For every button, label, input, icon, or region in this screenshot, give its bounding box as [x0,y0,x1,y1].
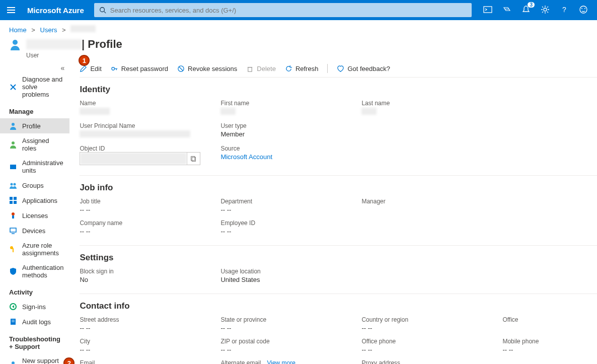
value-objectid-box [80,152,200,165]
nav-admin-units[interactable]: Administrative units [0,156,69,178]
label-city: City [80,338,215,345]
nav-signins[interactable]: Sign-ins [0,299,69,314]
admin-units-icon [9,163,17,171]
nav-licenses[interactable]: Licenses [0,208,69,223]
label-name: Name [80,100,215,107]
reset-password-button[interactable]: Reset password [111,65,168,72]
nav-newsupport[interactable]: New support request [0,353,69,364]
label-department: Department [220,198,356,205]
value-mobilephone: -- -- [502,345,597,353]
page-subhead: User [26,52,597,59]
section-identity: Identity [80,78,597,99]
global-header: Microsoft Azure 3 ? [0,0,597,20]
log-icon [9,318,17,326]
brand-label[interactable]: Microsoft Azure [27,6,84,15]
notifications-icon[interactable]: 3 [521,5,531,16]
feedback-face-icon[interactable] [579,5,588,16]
value-name-redacted [80,108,110,115]
value-officephone: -- -- [361,345,497,353]
value-city: -- -- [80,345,215,353]
copy-icon [190,156,197,162]
label-upn: User Principal Name [80,122,215,129]
label-source: Source [220,145,356,152]
nav-assigned-roles[interactable]: Assigned roles [0,133,69,156]
refresh-button[interactable]: Refresh [285,65,319,72]
nav-section-manage: Manage [0,102,69,118]
svg-rect-34 [248,67,252,71]
svg-point-13 [14,183,16,186]
nav-azure-role[interactable]: Azure role assignments [0,238,69,260]
viewmore-link[interactable]: View more [267,359,295,364]
collapse-sidebar-icon[interactable]: « [0,64,69,72]
label-usagelocation: Usage location [220,268,356,275]
value-source[interactable]: Microsoft Account [220,152,356,161]
refresh-icon [285,65,292,72]
job-grid: Job title-- -- Department-- -- Manager C… [80,197,597,246]
delete-button: Delete [246,65,276,72]
menu-toggle[interactable] [4,4,18,16]
shield-icon [9,267,17,275]
section-contact: Contact info [80,294,597,315]
search-icon [99,7,106,14]
crumb-home[interactable]: Home [9,26,27,34]
svg-rect-15 [14,197,17,200]
nav-groups[interactable]: Groups [0,178,69,193]
chevron-right-icon: > [31,26,35,34]
section-jobinfo: Job info [80,176,597,197]
svg-point-28 [12,361,15,364]
settings-icon[interactable] [541,5,550,16]
feedback-button[interactable]: Got feedback? [337,65,390,72]
help-icon[interactable]: ? [560,5,569,16]
value-objectid-redacted [80,153,187,165]
value-country: -- -- [361,323,497,332]
svg-point-5 [580,6,587,13]
value-company: -- -- [80,227,215,235]
heart-icon [337,65,344,72]
svg-rect-20 [10,228,16,232]
section-settings: Settings [80,246,597,267]
crumb-users[interactable]: Users [40,26,57,34]
nav-auth-methods[interactable]: Authentication methods [0,260,69,282]
label-street: Street address [80,316,215,323]
svg-point-9 [12,123,15,126]
value-usagelocation: United States [220,275,356,283]
label-office: Office [502,316,597,323]
svg-rect-23 [13,248,14,252]
toolbar-separator [327,64,328,73]
value-department: -- -- [220,205,356,213]
value-zip: -- -- [220,345,356,353]
global-search[interactable] [94,3,472,17]
svg-line-1 [104,12,106,14]
page-title: | Profile [82,38,122,51]
sidebar: « Diagnose and solve problems Manage Pro… [0,59,69,364]
copy-objectid-button[interactable] [187,153,200,165]
label-altemail: Alternate email [220,359,261,364]
nav-applications[interactable]: Applications [0,193,69,208]
support-icon [9,360,17,364]
nav-profile[interactable]: Profile [0,118,69,133]
command-bar: Edit Reset password Revoke sessions Dele… [80,59,597,78]
nav-auditlogs[interactable]: Audit logs [0,314,69,329]
nav-section-trouble: Troubleshooting + Support [0,329,69,353]
cloud-shell-icon[interactable] [483,5,492,16]
apps-icon [9,196,17,204]
svg-rect-17 [14,201,17,204]
svg-point-6 [581,8,582,9]
svg-point-29 [112,67,115,70]
value-street: -- -- [80,323,215,332]
revoke-sessions-button[interactable]: Revoke sessions [177,65,237,72]
nav-devices[interactable]: Devices [0,223,69,238]
groups-icon [9,181,17,189]
svg-rect-2 [484,7,492,13]
settings-grid: Block sign inNo Usage locationUnited Sta… [80,267,597,294]
breadcrumb: Home > Users > [0,20,597,36]
diagnose-icon [9,83,17,91]
nav-diagnose[interactable]: Diagnose and solve problems [0,72,69,102]
value-firstname-redacted [220,108,236,115]
label-objectid: Object ID [80,145,215,152]
search-input[interactable] [110,7,467,14]
directories-icon[interactable] [502,5,511,16]
value-upn-redacted [80,130,190,137]
label-manager: Manager [361,198,497,205]
block-icon [177,65,185,72]
